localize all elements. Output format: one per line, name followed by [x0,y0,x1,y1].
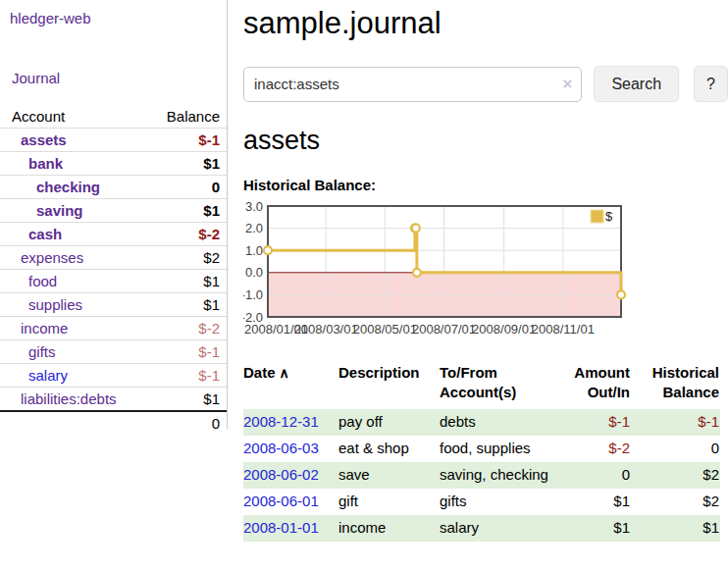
transaction-date-cell: 2008-06-01 [243,489,338,515]
x-tick-label: 2008/09/01 [472,322,536,337]
account-link-gifts[interactable]: gifts [12,342,56,361]
account-link-salary[interactable]: salary [12,366,68,385]
column-header-date: Date∧ [243,361,338,409]
account-row: gifts$-1 [0,339,227,363]
account-row: bank$1 [0,151,227,175]
transaction-date-link[interactable]: 2008-01-01 [243,519,319,536]
account-heading: assets [243,126,728,156]
transaction-row: 2008-06-01giftgifts$1$2 [243,489,720,515]
transaction-description: pay off [338,409,440,436]
account-link-checking[interactable]: checking [12,178,100,196]
transaction-date-link[interactable]: 2008-06-03 [243,440,319,456]
sidebar-item-journal[interactable]: Journal [12,70,227,86]
account-row: expenses$2 [0,245,227,269]
y-tick-label: 2.0 [245,221,263,235]
account-column-header: Account [12,107,65,126]
data-point-marker [264,246,272,254]
transaction-row: 2008-01-01incomesalary$1$1 [243,515,720,542]
transaction-description: eat & shop [338,436,440,462]
account-link-expenses[interactable]: expenses [12,248,83,267]
transaction-amount: $-1 [554,409,631,436]
transaction-date-cell: 2008-12-31 [243,409,338,436]
account-balance: $2 [203,248,220,267]
account-balance: $-1 [198,342,220,361]
transaction-balance: 0 [631,436,720,462]
transaction-date-cell: 2008-06-03 [243,436,338,462]
account-link-cash[interactable]: cash [12,225,62,243]
clear-search-icon[interactable]: × [562,74,572,93]
account-balance: 0 [212,178,220,196]
search-box: × [243,67,582,102]
account-row: salary$-1 [0,363,227,387]
historical-balance-chart[interactable]: 3.02.01.00.0-1.0-2.02008/01/012008/03/01… [243,200,728,342]
account-link-assets[interactable]: assets [12,130,67,149]
account-balance: $-2 [198,319,220,337]
sort-ascending-icon: ∧ [280,365,289,381]
account-balance: $-2 [198,225,220,243]
account-row: liabilities:debts$1 [0,387,227,410]
x-tick-label: 2008/07/01 [412,322,476,337]
y-tick-label: 1.0 [245,243,263,258]
account-row: income$-2 [0,316,227,339]
column-header-amount-outin: AmountOut/In [554,361,631,409]
balance-column-header: Balance [167,107,220,126]
account-row: saving$1 [0,198,227,222]
account-row: checking0 [0,175,227,198]
x-tick-label: 2008/11/01 [532,322,595,337]
account-balance: $1 [203,201,220,220]
account-balance: $1 [203,389,220,408]
account-link-income[interactable]: income [12,319,68,337]
account-link-liabilities-debts[interactable]: liabilities:debts [12,389,117,408]
data-point-marker [412,225,420,233]
y-tick-label: 3.0 [245,200,263,214]
legend-swatch [591,210,603,223]
search-button[interactable]: Search [594,66,679,102]
search-input[interactable] [243,67,582,102]
account-row: cash$-2 [0,222,227,245]
chart-title: Historical Balance: [243,177,728,193]
transaction-row: 2008-12-31pay offdebts$-1$-1 [243,409,720,436]
account-link-bank[interactable]: bank [12,154,63,173]
main-content: sample.journal × Search ? assets Histori… [229,0,728,542]
transaction-accounts: debts [440,409,554,436]
account-balance: $1 [203,272,220,290]
account-link-supplies[interactable]: supplies [12,295,82,314]
transaction-amount: $1 [554,515,631,542]
transaction-date-cell: 2008-01-01 [243,515,338,542]
search-bar: × Search ? [243,66,728,102]
transaction-row: 2008-06-03eat & shopfood, supplies$-20 [243,436,720,462]
transaction-accounts: gifts [440,489,554,515]
chart-canvas[interactable]: 3.02.01.00.0-1.0-2.02008/01/012008/03/01… [243,200,636,338]
y-tick-label: 0.0 [245,265,263,280]
accounts-table: Account Balance assets$-1bank$1checking0… [0,105,227,435]
account-balance: $-1 [198,366,220,385]
transaction-description: gift [338,489,440,515]
column-header-description: Description [338,361,440,409]
account-row: food$1 [0,269,227,292]
transaction-description: income [338,515,440,542]
transaction-balance: $2 [631,462,720,489]
transaction-description: save [338,462,440,489]
transaction-date-cell: 2008-06-02 [243,462,338,489]
transaction-balance: $1 [631,515,720,542]
account-row: assets$-1 [0,128,227,151]
transaction-accounts: salary [440,515,554,542]
sidebar: hledger-web Journal Account Balance asse… [0,0,228,429]
account-row: supplies$1 [0,292,227,316]
transaction-date-link[interactable]: 2008-06-01 [243,493,319,509]
account-balance: $1 [203,295,220,314]
help-button[interactable]: ? [694,66,728,102]
column-header-tofrom-accounts: To/FromAccount(s) [440,361,554,409]
brand-link[interactable]: hledger-web [10,10,227,26]
account-link-saving[interactable]: saving [12,201,83,220]
account-balance: $1 [203,154,220,173]
transaction-amount: $1 [554,489,631,515]
transaction-row: 2008-06-02savesaving, checking0$2 [243,462,720,489]
accounts-table-header: Account Balance [0,105,227,128]
account-link-food[interactable]: food [12,272,57,290]
x-tick-label: 2008/05/01 [353,322,417,337]
accounts-total-row: 0 [0,410,227,435]
transaction-date-link[interactable]: 2008-12-31 [243,413,319,430]
transaction-date-link[interactable]: 2008-06-02 [243,466,319,483]
transaction-accounts: saving, checking [440,462,554,489]
